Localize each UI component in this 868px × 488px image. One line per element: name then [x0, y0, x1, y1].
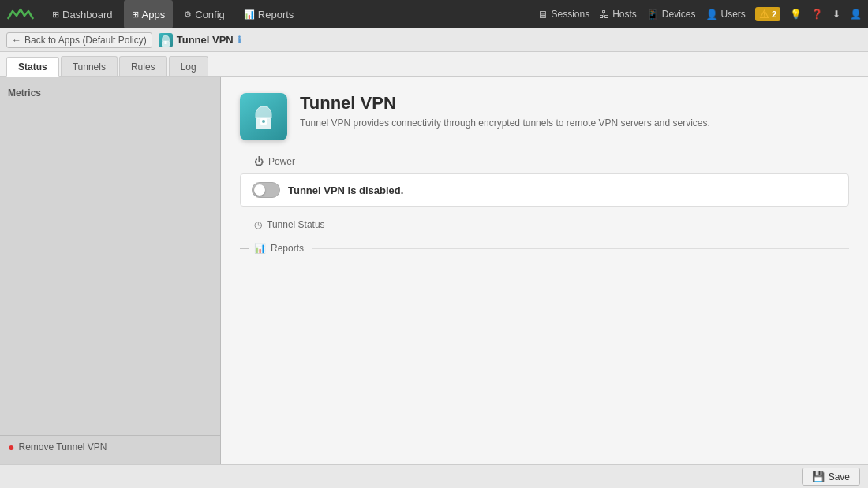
app-icon-large [240, 93, 287, 140]
app-description: Tunnel VPN provides connectivity through… [300, 117, 710, 130]
alert-triangle-icon: ⚠ [759, 8, 769, 20]
hosts-icon: 🖧 [599, 9, 609, 20]
back-to-apps-button[interactable]: ← Back to Apps (Default Policy) [6, 32, 152, 48]
breadcrumb-bar: ← Back to Apps (Default Policy) Tunnel V… [0, 28, 868, 52]
sidebar-metrics-label: Metrics [8, 88, 41, 99]
back-label: Back to Apps (Default Policy) [24, 35, 147, 46]
save-icon: 💾 [812, 471, 825, 482]
app-title: Tunnel VPN [300, 93, 710, 114]
content-panel: Tunnel VPN Tunnel VPN provides connectiv… [221, 77, 868, 464]
tab-tunnels[interactable]: Tunnels [61, 56, 118, 76]
nav-sessions-label: Sessions [551, 9, 589, 20]
nav-users[interactable]: 👤 Users [705, 9, 746, 20]
nav-users-label: Users [721, 9, 746, 20]
reports-header-label: Reports [271, 243, 304, 254]
nav-config-label: Config [195, 9, 225, 20]
power-icon: ⏻ [254, 156, 264, 167]
main-area: Metrics ● Remove Tunnel VPN Tunnel VPN T… [0, 77, 868, 464]
tunnel-status-label: Tunnel Status [267, 219, 325, 230]
top-navigation: ⊞ Dashboard ⊞ Apps ⚙ Config 📊 Reports 🖥 … [0, 0, 868, 28]
sidebar: Metrics ● Remove Tunnel VPN [0, 77, 221, 464]
tab-log-label: Log [181, 61, 196, 73]
logo [6, 5, 35, 24]
reports-section: 📊 Reports [240, 243, 849, 254]
nav-devices-label: Devices [662, 9, 696, 20]
power-toggle[interactable] [252, 182, 280, 198]
power-header-label: Power [268, 156, 295, 167]
power-section: ⏻ Power Tunnel VPN is disabled. [240, 156, 849, 207]
nav-dashboard[interactable]: ⊞ Dashboard [44, 0, 121, 28]
alert-badge[interactable]: ⚠ 2 [755, 7, 780, 21]
info-icon[interactable]: ℹ [238, 35, 241, 46]
nav-bulb[interactable]: 💡 [790, 9, 802, 20]
config-icon: ⚙ [184, 9, 192, 20]
app-header: Tunnel VPN Tunnel VPN provides connectiv… [240, 93, 849, 140]
svg-rect-1 [164, 41, 166, 44]
nav-reports[interactable]: 📊 Reports [236, 0, 302, 28]
power-box: Tunnel VPN is disabled. [240, 173, 849, 207]
nav-apps[interactable]: ⊞ Apps [124, 0, 174, 28]
save-button[interactable]: 💾 Save [802, 468, 860, 486]
help-icon: ❓ [811, 9, 823, 20]
remove-app-button[interactable]: ● Remove Tunnel VPN [0, 435, 220, 458]
nav-user-avatar[interactable]: 👤 [850, 9, 862, 20]
breadcrumb-title: Tunnel VPN [177, 34, 234, 46]
nav-apps-label: Apps [142, 9, 166, 20]
nav-help[interactable]: ❓ [811, 9, 823, 20]
tab-rules-label: Rules [131, 61, 155, 73]
back-arrow-icon: ← [12, 35, 21, 46]
tab-rules[interactable]: Rules [119, 56, 167, 76]
nav-devices[interactable]: 📱 Devices [646, 9, 696, 20]
tab-tunnels-label: Tunnels [73, 61, 106, 73]
dashboard-icon: ⊞ [52, 9, 59, 20]
app-breadcrumb: Tunnel VPN ℹ [159, 33, 241, 47]
tabs-bar: Status Tunnels Rules Log [0, 52, 868, 77]
tab-log[interactable]: Log [169, 56, 208, 76]
app-icon-small [159, 33, 173, 47]
remove-label: Remove Tunnel VPN [18, 441, 107, 453]
devices-icon: 📱 [646, 9, 659, 20]
reports-section-header: 📊 Reports [240, 243, 849, 254]
tunnel-status-header: ◷ Tunnel Status [240, 219, 849, 230]
tunnel-status-section: ◷ Tunnel Status [240, 219, 849, 230]
status-bar: 💾 Save [0, 464, 868, 488]
nav-reports-label: Reports [258, 9, 294, 20]
nav-download[interactable]: ⬇ [832, 9, 840, 20]
nav-hosts-label: Hosts [612, 9, 637, 20]
nav-sessions[interactable]: 🖥 Sessions [537, 9, 589, 20]
power-section-header: ⏻ Power [240, 156, 849, 167]
save-label: Save [829, 471, 850, 482]
tab-status[interactable]: Status [6, 57, 59, 77]
power-status-text: Tunnel VPN is disabled. [288, 184, 403, 196]
avatar-icon: 👤 [850, 9, 862, 20]
users-icon: 👤 [705, 9, 718, 20]
tunnel-status-icon: ◷ [254, 219, 262, 230]
sessions-icon: 🖥 [537, 9, 548, 20]
nav-hosts[interactable]: 🖧 Hosts [599, 9, 637, 20]
bulb-icon: 💡 [790, 9, 802, 20]
reports-icon: 📊 [244, 9, 255, 20]
nav-dashboard-label: Dashboard [62, 9, 113, 20]
app-header-text: Tunnel VPN Tunnel VPN provides connectiv… [300, 93, 710, 130]
download-icon: ⬇ [832, 9, 840, 20]
svg-point-4 [262, 120, 265, 123]
reports-icon: 📊 [254, 243, 266, 254]
alert-count: 2 [772, 9, 776, 19]
remove-dot-icon: ● [8, 441, 14, 453]
apps-icon: ⊞ [132, 9, 139, 20]
tab-status-label: Status [18, 61, 47, 73]
nav-config[interactable]: ⚙ Config [176, 0, 233, 28]
